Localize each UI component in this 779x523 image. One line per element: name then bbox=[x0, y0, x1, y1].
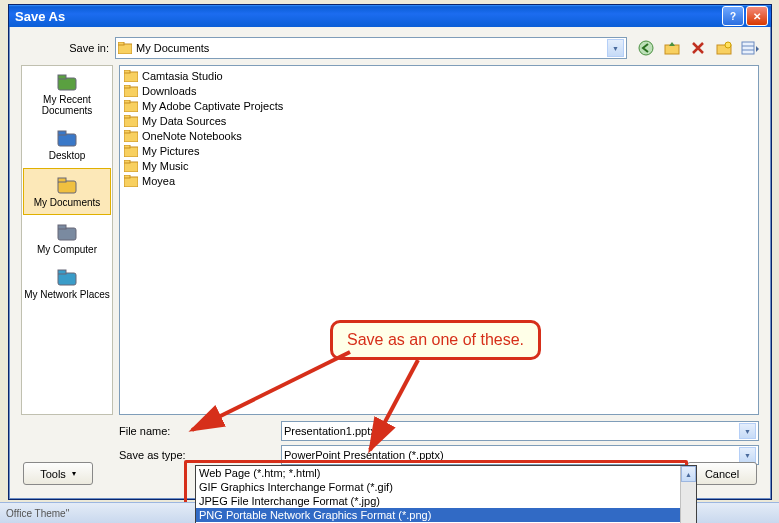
save-in-combo[interactable]: My Documents ▼ bbox=[115, 37, 627, 59]
place-item[interactable]: My Computer bbox=[22, 216, 112, 261]
savetype-option[interactable]: GIF Graphics Interchange Format (*.gif) bbox=[196, 480, 696, 494]
place-icon bbox=[56, 222, 78, 242]
svg-rect-22 bbox=[124, 85, 130, 88]
svg-rect-34 bbox=[124, 175, 130, 178]
svg-rect-1 bbox=[118, 42, 124, 45]
savetype-label: Save as type: bbox=[21, 449, 281, 461]
filename-value: Presentation1.pptx bbox=[284, 425, 376, 437]
folder-name: Downloads bbox=[142, 85, 196, 97]
svg-rect-28 bbox=[124, 130, 130, 133]
delete-icon[interactable] bbox=[689, 39, 707, 57]
place-icon bbox=[56, 72, 78, 92]
svg-rect-10 bbox=[58, 75, 66, 79]
folder-icon bbox=[124, 70, 138, 82]
folder-name: Moyea bbox=[142, 175, 175, 187]
chevron-down-icon[interactable]: ▼ bbox=[607, 39, 624, 57]
folder-item[interactable]: OneNote Notebooks bbox=[122, 128, 756, 143]
chevron-down-icon[interactable]: ▼ bbox=[739, 423, 756, 439]
place-label: My Computer bbox=[37, 244, 97, 255]
svg-rect-24 bbox=[124, 100, 130, 103]
folder-name: My Adobe Captivate Projects bbox=[142, 100, 283, 112]
folder-name: My Pictures bbox=[142, 145, 199, 157]
scroll-up-icon[interactable]: ▲ bbox=[681, 466, 696, 482]
views-icon[interactable] bbox=[741, 39, 759, 57]
place-icon bbox=[56, 128, 78, 148]
folder-icon bbox=[124, 145, 138, 157]
up-icon[interactable] bbox=[663, 39, 681, 57]
svg-rect-9 bbox=[58, 78, 76, 90]
svg-rect-30 bbox=[124, 145, 130, 148]
svg-rect-16 bbox=[58, 225, 66, 229]
savetype-option[interactable]: PNG Portable Network Graphics Format (*.… bbox=[196, 508, 696, 522]
toolbar bbox=[637, 39, 759, 57]
place-icon bbox=[56, 267, 78, 287]
svg-rect-14 bbox=[58, 178, 66, 182]
folder-icon bbox=[124, 100, 138, 112]
svg-rect-3 bbox=[665, 45, 679, 54]
save-in-value: My Documents bbox=[136, 42, 209, 54]
scrollbar[interactable]: ▲ ▼ bbox=[680, 466, 696, 523]
folder-icon bbox=[124, 130, 138, 142]
svg-rect-12 bbox=[58, 131, 66, 135]
place-item[interactable]: My Recent Documents bbox=[22, 66, 112, 122]
svg-rect-13 bbox=[58, 181, 76, 193]
svg-rect-18 bbox=[58, 270, 66, 274]
folder-item[interactable]: Camtasia Studio bbox=[122, 68, 756, 83]
folder-item[interactable]: Moyea bbox=[122, 173, 756, 188]
folder-icon bbox=[124, 85, 138, 97]
place-item[interactable]: Desktop bbox=[22, 122, 112, 167]
svg-rect-6 bbox=[742, 42, 754, 54]
place-label: My Recent Documents bbox=[24, 94, 110, 116]
folder-item[interactable]: Downloads bbox=[122, 83, 756, 98]
folder-item[interactable]: My Data Sources bbox=[122, 113, 756, 128]
cancel-button[interactable]: Cancel bbox=[687, 462, 757, 485]
tools-button[interactable]: Tools bbox=[23, 462, 93, 485]
place-icon bbox=[56, 175, 78, 195]
svg-rect-26 bbox=[124, 115, 130, 118]
chevron-down-icon[interactable]: ▼ bbox=[739, 447, 756, 463]
place-label: My Documents bbox=[34, 197, 101, 208]
svg-rect-17 bbox=[58, 273, 76, 285]
filename-label: File name: bbox=[21, 425, 281, 437]
folder-name: OneNote Notebooks bbox=[142, 130, 242, 142]
window-title: Save As bbox=[15, 9, 722, 24]
folder-name: My Data Sources bbox=[142, 115, 226, 127]
svg-rect-11 bbox=[58, 134, 76, 146]
folder-icon bbox=[124, 115, 138, 127]
help-button[interactable]: ? bbox=[722, 6, 744, 26]
savetype-option[interactable]: JPEG File Interchange Format (*.jpg) bbox=[196, 494, 696, 508]
place-label: Desktop bbox=[49, 150, 86, 161]
place-item[interactable]: My Documents bbox=[23, 168, 111, 215]
svg-rect-15 bbox=[58, 228, 76, 240]
close-button[interactable]: ✕ bbox=[746, 6, 768, 26]
svg-rect-20 bbox=[124, 70, 130, 73]
folder-name: My Music bbox=[142, 160, 188, 172]
save-in-label: Save in: bbox=[21, 42, 115, 54]
folder-icon bbox=[118, 42, 132, 54]
folder-item[interactable]: My Pictures bbox=[122, 143, 756, 158]
savetype-option[interactable]: Web Page (*.htm; *.html) bbox=[196, 466, 696, 480]
titlebar: Save As ? ✕ bbox=[9, 5, 771, 27]
svg-point-5 bbox=[725, 42, 731, 48]
back-icon[interactable] bbox=[637, 39, 655, 57]
folder-item[interactable]: My Adobe Captivate Projects bbox=[122, 98, 756, 113]
savetype-value: PowerPoint Presentation (*.pptx) bbox=[284, 449, 444, 461]
new-folder-icon[interactable] bbox=[715, 39, 733, 57]
save-as-dialog: Save As ? ✕ Save in: My Documents ▼ bbox=[8, 4, 772, 500]
folder-icon bbox=[124, 160, 138, 172]
savetype-dropdown[interactable]: ▲ ▼ Web Page (*.htm; *.html)GIF Graphics… bbox=[195, 465, 697, 523]
folder-icon bbox=[124, 175, 138, 187]
svg-point-2 bbox=[639, 41, 653, 55]
place-item[interactable]: My Network Places bbox=[22, 261, 112, 306]
places-bar: My Recent DocumentsDesktopMy DocumentsMy… bbox=[21, 65, 113, 415]
annotation-callout: Save as an one of these. bbox=[330, 320, 541, 360]
file-list[interactable]: Camtasia StudioDownloadsMy Adobe Captiva… bbox=[119, 65, 759, 415]
folder-name: Camtasia Studio bbox=[142, 70, 223, 82]
place-label: My Network Places bbox=[24, 289, 110, 300]
svg-rect-32 bbox=[124, 160, 130, 163]
filename-input[interactable]: Presentation1.pptx ▼ bbox=[281, 421, 759, 441]
folder-item[interactable]: My Music bbox=[122, 158, 756, 173]
